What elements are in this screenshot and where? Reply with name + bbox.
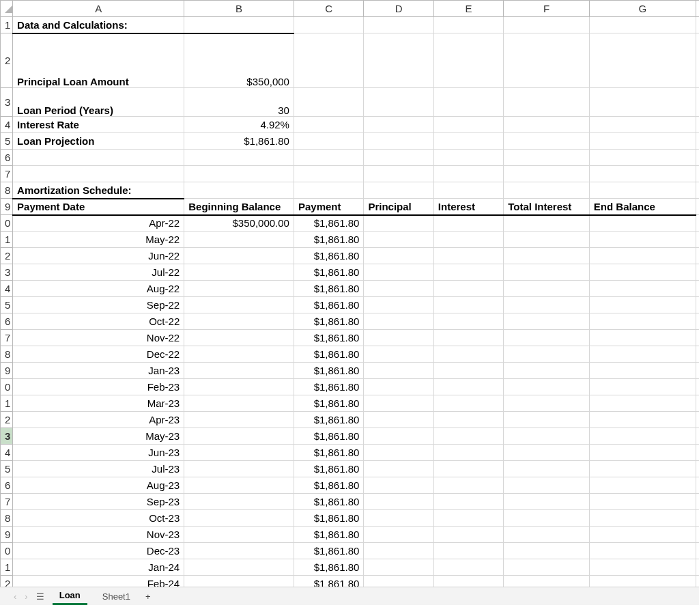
cell[interactable] bbox=[589, 461, 696, 477]
cell[interactable] bbox=[433, 281, 503, 297]
cell[interactable]: $1,861.80 bbox=[294, 543, 363, 559]
cell[interactable]: Dec-22 bbox=[13, 346, 184, 363]
cell[interactable]: $1,861.80 bbox=[294, 363, 363, 379]
cell[interactable] bbox=[696, 363, 699, 379]
cell[interactable] bbox=[433, 527, 503, 543]
cell[interactable]: Principal Loan Amount bbox=[13, 33, 184, 88]
cell[interactable] bbox=[364, 215, 433, 232]
col-header-E[interactable]: E bbox=[433, 1, 503, 17]
cell[interactable] bbox=[504, 494, 590, 510]
cell[interactable] bbox=[504, 182, 590, 199]
cell[interactable]: Jul-23 bbox=[13, 461, 184, 477]
cell[interactable] bbox=[504, 576, 590, 587]
cell[interactable] bbox=[364, 232, 433, 248]
cell[interactable]: Aug-23 bbox=[13, 477, 184, 494]
cell[interactable] bbox=[589, 215, 696, 232]
cell[interactable] bbox=[504, 510, 590, 527]
row-header[interactable]: 1 bbox=[1, 232, 13, 248]
cell[interactable] bbox=[504, 527, 590, 543]
col-header-F[interactable]: F bbox=[504, 1, 590, 17]
cell[interactable] bbox=[504, 461, 590, 477]
cell[interactable] bbox=[504, 297, 590, 313]
cell[interactable]: Aug-22 bbox=[13, 281, 184, 297]
row-header[interactable]: 0 bbox=[1, 543, 13, 559]
col-header-D[interactable]: D bbox=[364, 1, 433, 17]
cell[interactable] bbox=[433, 559, 503, 576]
cell[interactable]: Jun-23 bbox=[13, 445, 184, 461]
cell[interactable] bbox=[696, 510, 699, 527]
cell[interactable] bbox=[433, 412, 503, 428]
cell[interactable] bbox=[184, 527, 294, 543]
cell[interactable] bbox=[433, 461, 503, 477]
cell[interactable]: End Balance bbox=[589, 199, 696, 215]
cell[interactable] bbox=[504, 543, 590, 559]
cell[interactable] bbox=[589, 313, 696, 330]
cell[interactable] bbox=[433, 297, 503, 313]
cell[interactable] bbox=[364, 346, 433, 363]
cell[interactable] bbox=[294, 33, 363, 88]
cell[interactable] bbox=[433, 182, 503, 199]
row-header[interactable]: 5 bbox=[1, 461, 13, 477]
cell[interactable] bbox=[589, 150, 696, 166]
cell[interactable] bbox=[504, 363, 590, 379]
row-header[interactable]: 7 bbox=[1, 494, 13, 510]
cell[interactable] bbox=[184, 313, 294, 330]
row-header[interactable]: 6 bbox=[1, 150, 13, 166]
cell[interactable] bbox=[364, 363, 433, 379]
cell[interactable] bbox=[433, 576, 503, 587]
row-header[interactable]: 6 bbox=[1, 313, 13, 330]
cell[interactable] bbox=[696, 330, 699, 346]
cell[interactable] bbox=[433, 313, 503, 330]
cell[interactable]: Payment bbox=[294, 199, 363, 215]
cell[interactable]: $1,861.80 bbox=[294, 412, 363, 428]
cell[interactable] bbox=[364, 576, 433, 587]
cell[interactable] bbox=[696, 264, 699, 281]
cell[interactable] bbox=[364, 297, 433, 313]
cell[interactable] bbox=[433, 117, 503, 133]
cell[interactable] bbox=[364, 313, 433, 330]
cell[interactable] bbox=[504, 33, 590, 88]
cell[interactable] bbox=[364, 395, 433, 412]
cell[interactable] bbox=[696, 576, 699, 587]
row-header[interactable]: 9 bbox=[1, 527, 13, 543]
cell[interactable]: $1,861.80 bbox=[294, 264, 363, 281]
cell[interactable]: Feb-24 bbox=[13, 576, 184, 587]
cell[interactable]: Interest Rate bbox=[13, 117, 184, 133]
cell[interactable] bbox=[433, 133, 503, 150]
cell[interactable]: Jul-22 bbox=[13, 264, 184, 281]
select-all-corner[interactable] bbox=[1, 1, 13, 17]
cell[interactable] bbox=[433, 543, 503, 559]
cell[interactable] bbox=[696, 232, 699, 248]
cell[interactable] bbox=[589, 330, 696, 346]
cell[interactable]: Dec-23 bbox=[13, 543, 184, 559]
cell[interactable] bbox=[696, 166, 699, 182]
cell[interactable]: $1,861.80 bbox=[294, 248, 363, 264]
cell[interactable] bbox=[696, 199, 699, 215]
cell[interactable] bbox=[504, 88, 590, 117]
cell[interactable] bbox=[13, 166, 184, 182]
cell[interactable] bbox=[364, 461, 433, 477]
cell[interactable] bbox=[696, 88, 699, 117]
cell[interactable] bbox=[433, 379, 503, 395]
cell[interactable] bbox=[433, 346, 503, 363]
cell[interactable] bbox=[696, 527, 699, 543]
add-sheet-icon[interactable]: + bbox=[145, 591, 151, 602]
cell[interactable] bbox=[364, 543, 433, 559]
cell[interactable]: $1,861.80 bbox=[294, 461, 363, 477]
cell[interactable] bbox=[589, 281, 696, 297]
cell[interactable] bbox=[589, 88, 696, 117]
cell[interactable] bbox=[433, 17, 503, 33]
cell[interactable] bbox=[589, 264, 696, 281]
cell[interactable] bbox=[294, 182, 363, 199]
cell[interactable]: Principal bbox=[364, 199, 433, 215]
row-header[interactable]: 0 bbox=[1, 379, 13, 395]
cell[interactable]: $1,861.80 bbox=[294, 477, 363, 494]
cell[interactable]: Jan-23 bbox=[13, 363, 184, 379]
cell[interactable] bbox=[696, 428, 699, 445]
cell[interactable] bbox=[696, 313, 699, 330]
cell[interactable]: Feb-23 bbox=[13, 379, 184, 395]
cell[interactable] bbox=[696, 17, 699, 33]
cell[interactable]: Oct-23 bbox=[13, 510, 184, 527]
cell[interactable]: 30 bbox=[184, 88, 294, 117]
cell[interactable]: $1,861.80 bbox=[294, 232, 363, 248]
